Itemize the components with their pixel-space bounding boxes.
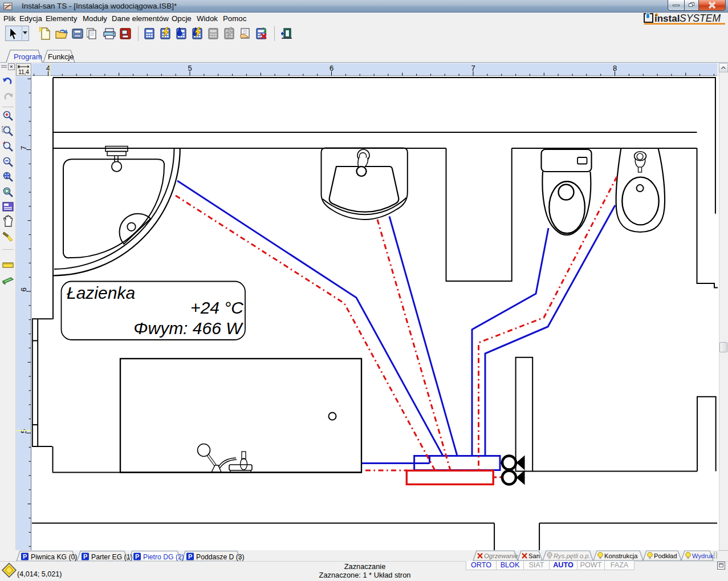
svg-text:6: 6 (330, 64, 334, 72)
svg-text:Rys.pętli o.p.: Rys.pętli o.p. (554, 552, 591, 559)
svg-text:Podkład: Podkład (654, 552, 677, 559)
svg-text:Ogrzewanie: Ogrzewanie (484, 552, 518, 559)
svg-text:Funkcje: Funkcje (48, 52, 74, 61)
svg-text:Wydruk: Wydruk (692, 552, 714, 559)
svg-text:8: 8 (613, 64, 617, 72)
svg-text:7: 7 (19, 146, 28, 150)
svg-text:Łazienka: Łazienka (67, 283, 135, 302)
svg-text:instal: instal (654, 13, 680, 24)
svg-text:San: San (528, 552, 540, 559)
svg-text:6: 6 (19, 287, 28, 291)
svg-text:5: 5 (188, 64, 192, 72)
svg-text:Program: Program (14, 52, 42, 61)
svg-text:Konstrukcja: Konstrukcja (604, 552, 638, 559)
svg-text:SYSTEM: SYSTEM (680, 13, 721, 24)
svg-text:5: 5 (19, 429, 28, 433)
svg-text:Φwym: 466 W: Φwym: 466 W (133, 319, 243, 338)
svg-text:+24 °C: +24 °C (190, 298, 243, 317)
svg-text:7: 7 (471, 64, 475, 72)
